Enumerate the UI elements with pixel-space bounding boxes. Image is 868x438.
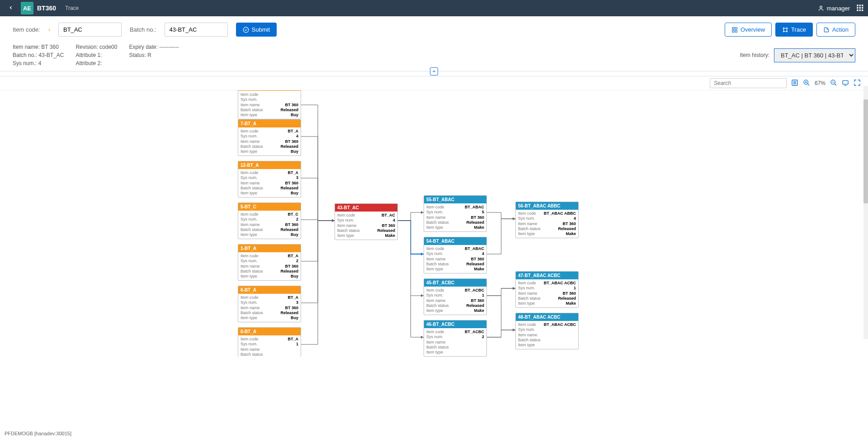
item-code-input[interactable] [58,23,122,37]
svg-rect-12 [735,27,737,29]
check-circle-icon [243,27,249,33]
canvas-toolbar: 67% [0,76,868,90]
svg-rect-11 [732,27,734,29]
detail-sys-num: Sys num.: 4 [13,59,64,67]
user-icon [818,5,824,11]
svg-rect-13 [732,30,734,32]
scrollbar-thumb[interactable] [863,99,868,203]
svg-rect-7 [857,9,858,11]
trace-node[interactable]: 45-BT_ACBCItem codeBT_ACBCSys num.1Item … [424,278,487,315]
svg-rect-3 [862,5,863,6]
batch-no-label: Batch no.: [130,26,156,33]
back-button[interactable] [5,3,17,14]
item-code-label: Item code: [13,26,40,33]
panel-divider [0,71,868,76]
svg-rect-6 [862,7,863,8]
canvas-area[interactable]: Item codeSys num.Item nameBT 360Batch st… [0,90,868,357]
trace-node[interactable]: 7-BT_AItem codeBT_ASys num.4Item nameBT … [238,119,301,156]
trace-node[interactable]: 5-BT_CItem codeBT_CSys num.2Item nameBT … [238,203,301,239]
trace-node[interactable]: 12-BT_AItem codeBT_ASys num.3Item nameBT… [238,161,301,198]
svg-point-0 [820,6,822,8]
fullscreen-icon[interactable] [854,79,861,88]
topbar: AE BT360 Trace manager [0,0,868,16]
trace-node[interactable]: 55-BT_ABACItem codeBT_ABACSys num.5Item … [424,195,487,232]
detail-attribute2: Attribute 2: [75,59,117,67]
app-section: Trace [65,5,79,11]
trace-icon [782,27,788,33]
svg-point-10 [243,27,249,33]
svg-point-19 [782,83,783,84]
trace-node[interactable]: 48-BT_ABAC ACBCItem codeBT_ABAC ACBCSys … [515,313,579,349]
trace-node[interactable]: 6-BT_AItem codeBT_ASys num.3Item nameBT … [238,286,301,322]
apps-grid-icon[interactable] [856,4,863,13]
trace-node[interactable]: 43-BT_ACItem codeBT_ACSys num.4Item name… [335,203,398,240]
zoom-out-icon[interactable] [830,79,837,88]
export-icon [823,27,830,33]
svg-rect-14 [735,30,737,32]
svg-rect-23 [843,80,848,84]
svg-rect-4 [857,7,858,8]
action-button[interactable]: Action [816,23,855,37]
detail-attribute1: Attribute 1: [75,51,117,59]
detail-batch-no: Batch no.: 43-BT_AC [13,51,64,59]
scrollbar-vertical[interactable] [863,86,868,339]
detail-item-name: Item name: BT 360 [13,43,64,51]
list-icon[interactable] [791,79,798,88]
item-history-label: Item history: [740,52,769,58]
svg-rect-1 [857,5,858,6]
app-title: BT360 [37,5,56,12]
trace-node[interactable]: Item codeSys num.Item nameBT 360Batch st… [238,90,301,119]
trace-node[interactable]: 1-BT_AItem codeBT_ASys num.2Item nameBT … [238,244,301,281]
batch-no-input[interactable] [165,23,228,37]
search-input[interactable] [714,80,782,86]
trace-node[interactable]: 54-BT_ABACItem codeBT_ABACSys num.4Item … [424,237,487,273]
app-logo: AE [21,2,33,14]
trace-node[interactable]: 56-BT_ABAC ABBCItem codeBT_ABAC ABBCSys … [515,202,579,238]
grid-icon [731,27,738,33]
chevron-right-icon: › [48,26,50,33]
detail-row: Item name: BT 360 Batch no.: 43-BT_AC Sy… [0,43,868,71]
detail-revision: Revision: code00 [75,43,117,51]
svg-point-18 [786,31,787,32]
collapse-handle[interactable] [430,67,438,75]
svg-rect-5 [859,7,861,8]
chevron-up-icon [432,69,436,74]
trace-node[interactable]: 47-BT_ABAC ACBCItem codeBT_ABAC ACBCSys … [515,271,579,308]
svg-rect-2 [859,5,861,6]
svg-rect-8 [859,9,861,11]
overview-button[interactable]: Overview [725,23,772,37]
svg-rect-9 [862,9,863,11]
detail-status: Status: R [129,51,179,59]
svg-point-17 [783,31,784,32]
parameter-bar: Item code: › Batch no.: Submit Overview … [0,16,868,43]
detail-expiry: Expiry date: ----------- [129,43,179,51]
trace-node[interactable]: 46-BT_ACBCItem codeBT_ACBCSys num.2Item … [424,320,487,357]
submit-button[interactable]: Submit [236,23,277,37]
search-icon[interactable] [782,80,783,86]
svg-point-16 [786,28,787,28]
zoom-percent: 67% [815,80,826,86]
search-box[interactable] [710,78,787,88]
trace-node[interactable]: 0-BT_AItem codeBT_ASys num.1Item nameBat… [238,327,301,357]
zoom-in-icon[interactable] [803,79,810,88]
user-menu[interactable]: manager [818,5,850,12]
fit-screen-icon[interactable] [842,79,849,88]
item-history-select[interactable]: BT_AC | BT 360 | 43-BT_AC [774,48,855,62]
trace-button[interactable]: Trace [775,23,813,37]
svg-point-15 [783,28,784,28]
